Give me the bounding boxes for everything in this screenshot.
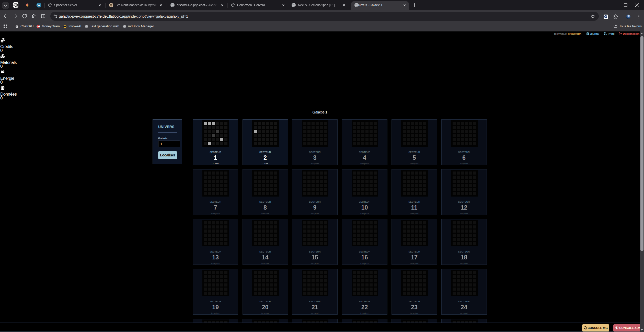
svg-text:W: W (37, 3, 41, 7)
